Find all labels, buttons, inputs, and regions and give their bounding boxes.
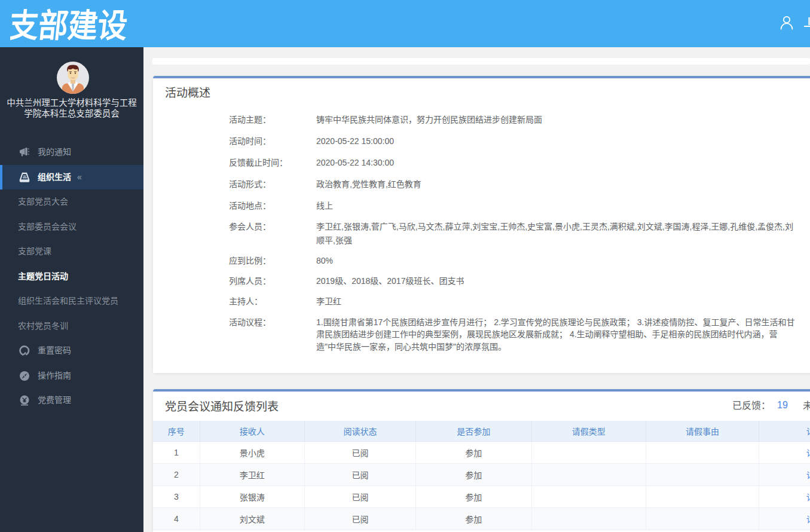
svg-text:支部建设: 支部建设 — [10, 7, 130, 43]
